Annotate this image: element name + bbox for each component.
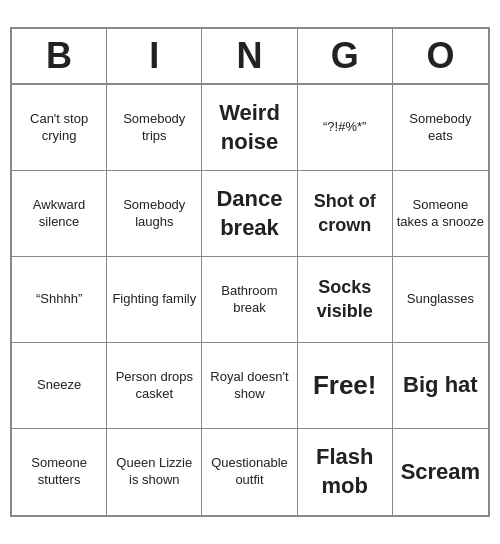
bingo-header: B I N G O [12,29,488,85]
cell-text-16: Person drops casket [110,369,198,403]
cell-text-10: “Shhhh” [36,291,82,308]
bingo-cell-8[interactable]: Shot of crown [298,171,393,257]
bingo-cell-15[interactable]: Sneeze [12,343,107,429]
cell-text-6: Somebody laughs [110,197,198,231]
cell-text-0: Can't stop crying [15,111,103,145]
header-g: G [298,29,393,83]
bingo-cell-16[interactable]: Person drops casket [107,343,202,429]
bingo-cell-5[interactable]: Awkward silence [12,171,107,257]
cell-text-23: Flash mob [301,443,389,500]
bingo-cell-18[interactable]: Free! [298,343,393,429]
cell-text-2: Weird noise [205,99,293,156]
cell-text-9: Someone takes a snooze [396,197,485,231]
bingo-cell-12[interactable]: Bathroom break [202,257,297,343]
cell-text-7: Dance break [205,185,293,242]
cell-text-15: Sneeze [37,377,81,394]
bingo-cell-10[interactable]: “Shhhh” [12,257,107,343]
bingo-cell-4[interactable]: Somebody eats [393,85,488,171]
cell-text-14: Sunglasses [407,291,474,308]
cell-text-20: Someone stutters [15,455,103,489]
header-b: B [12,29,107,83]
bingo-cell-6[interactable]: Somebody laughs [107,171,202,257]
bingo-cell-13[interactable]: Socks visible [298,257,393,343]
cell-text-3: “?!#%*” [323,119,366,136]
bingo-cell-23[interactable]: Flash mob [298,429,393,515]
cell-text-18: Free! [313,369,377,403]
header-i: I [107,29,202,83]
cell-text-17: Royal doesn't show [205,369,293,403]
header-o: O [393,29,488,83]
cell-text-19: Big hat [403,371,478,400]
cell-text-1: Somebody trips [110,111,198,145]
bingo-cell-21[interactable]: Queen Lizzie is shown [107,429,202,515]
header-n: N [202,29,297,83]
cell-text-12: Bathroom break [205,283,293,317]
bingo-cell-0[interactable]: Can't stop crying [12,85,107,171]
cell-text-13: Socks visible [301,276,389,323]
cell-text-11: Fighting family [112,291,196,308]
bingo-cell-24[interactable]: Scream [393,429,488,515]
cell-text-21: Queen Lizzie is shown [110,455,198,489]
bingo-cell-7[interactable]: Dance break [202,171,297,257]
bingo-cell-11[interactable]: Fighting family [107,257,202,343]
cell-text-24: Scream [401,458,481,487]
bingo-cell-20[interactable]: Someone stutters [12,429,107,515]
bingo-cell-19[interactable]: Big hat [393,343,488,429]
cell-text-22: Questionable outfit [205,455,293,489]
bingo-cell-1[interactable]: Somebody trips [107,85,202,171]
bingo-cell-17[interactable]: Royal doesn't show [202,343,297,429]
cell-text-5: Awkward silence [15,197,103,231]
bingo-card: B I N G O Can't stop cryingSomebody trip… [10,27,490,517]
bingo-cell-22[interactable]: Questionable outfit [202,429,297,515]
cell-text-8: Shot of crown [301,190,389,237]
cell-text-4: Somebody eats [396,111,485,145]
bingo-cell-14[interactable]: Sunglasses [393,257,488,343]
bingo-cell-2[interactable]: Weird noise [202,85,297,171]
bingo-grid: Can't stop cryingSomebody tripsWeird noi… [12,85,488,515]
bingo-cell-3[interactable]: “?!#%*” [298,85,393,171]
bingo-cell-9[interactable]: Someone takes a snooze [393,171,488,257]
